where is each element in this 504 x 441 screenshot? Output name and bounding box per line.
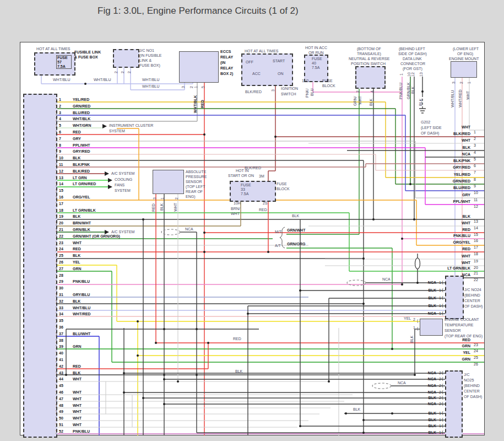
left-pin-number: 50	[59, 416, 63, 421]
right-pin-number: 18	[474, 252, 478, 256]
left-pin-wire-label: LT GRN/BLK	[73, 208, 96, 213]
diagram-canvas	[20, 42, 485, 435]
diagram-label: REAR OF	[186, 190, 203, 194]
diagram-label: RELAY	[220, 55, 233, 60]
diagram-label: PNK/BLU	[399, 83, 403, 99]
left-pin-number: 41	[59, 358, 63, 362]
diagram-label: 2	[459, 82, 464, 84]
left-pin-number: 23	[59, 241, 63, 245]
jc-no1-box	[113, 49, 139, 68]
left-pin-bracket: )	[56, 306, 57, 310]
left-pin-bracket: )	[56, 429, 57, 434]
right-pin-wire-label: GRN	[418, 344, 470, 348]
diagram-label: 1	[399, 73, 404, 76]
left-pin-bracket: )	[56, 137, 57, 141]
jc-no24-pin-number: 1	[439, 296, 441, 300]
jc-no25-pin-bracket: (	[442, 377, 443, 381]
left-pin-bracket: )	[56, 416, 57, 421]
jc-no25-pin-number: 1	[439, 424, 441, 428]
left-pin-number: 29	[59, 279, 63, 284]
diagram-label: 1	[194, 86, 198, 88]
diagram-label: 2	[121, 71, 125, 73]
left-pin-wire-label: LT GRN	[73, 176, 87, 180]
jc-no25-pin-bracket: (	[442, 417, 443, 422]
diagram-label: 11G	[302, 79, 309, 83]
left-pin-bracket: )	[56, 163, 57, 167]
jc-no25-pin-bracket: (	[442, 370, 443, 375]
diagram-label: FUSIBLE LINK	[74, 50, 101, 55]
left-pin-wire-label: WHT/GRN	[73, 123, 91, 128]
diagram-label: (BEHIND LEFT	[399, 47, 425, 51]
diagram-label: BLU	[310, 88, 315, 96]
diagram-label: BLK	[411, 87, 415, 94]
diagram-label: (BEHIND	[464, 293, 480, 298]
left-pin-wire-label: WHT	[73, 377, 82, 381]
diagram-label: HOT IN ACC	[305, 46, 327, 50]
diagram-label: G202	[421, 120, 430, 125]
left-pin-number: 1	[59, 98, 61, 102]
left-pin-wire-label: PPL/WHT	[73, 143, 90, 148]
diagram-label: TEMPERATURE	[445, 323, 473, 327]
left-pin-wire-label: GRY/RED	[73, 149, 90, 154]
diagram-label: 7.5A	[241, 192, 248, 196]
left-pin-wire-label: WHT/BLU	[73, 306, 90, 310]
left-pin-number: 45	[59, 384, 63, 388]
diagram-label: 2S	[263, 201, 268, 206]
diagram-label: OR RUN	[308, 51, 324, 55]
left-pin-number: 26	[59, 260, 63, 265]
left-pin-wire-label: WHT	[73, 397, 82, 401]
diagram-label: BLK	[235, 369, 242, 374]
right-pin-wire-label: GRN/RED	[418, 179, 470, 184]
left-pin-number: 24	[59, 247, 63, 251]
diagram-label: 2	[413, 318, 415, 322]
diagram-label: PNK/	[305, 89, 310, 98]
left-pin-bracket: )	[56, 98, 57, 102]
diagram-label: 3M	[259, 174, 264, 179]
eccs-relay-box	[179, 51, 219, 83]
left-pin-bracket: )	[56, 384, 57, 388]
left-pin-bracket: )	[56, 104, 57, 109]
left-pin-bracket: )	[56, 247, 57, 251]
diagram-label: BLOCK	[322, 84, 335, 88]
diagram-label: 2	[189, 86, 194, 88]
right-pin-wire-label: WHT	[418, 261, 470, 265]
right-pin-wire-label: GRY/RED	[418, 165, 470, 170]
diagram-label: WHT/BLU	[142, 84, 160, 89]
left-pin-number: 43	[59, 371, 63, 375]
diagram-label: 1	[467, 82, 472, 84]
diagram-label: START	[273, 59, 285, 63]
right-pin-number: 17	[474, 245, 478, 250]
jc-no24-pin-wire-label: BLK	[392, 288, 436, 293]
diagram-label: RED	[151, 203, 156, 212]
diagram-label: 5	[201, 86, 205, 88]
left-pin-bracket: )	[56, 234, 57, 239]
right-pin-number: 13	[474, 219, 478, 224]
right-pin-number: 8	[474, 178, 476, 182]
diagram-label: GRN/ORG	[287, 242, 305, 246]
left-pin-number: 15	[59, 189, 63, 193]
left-pin-bracket: )	[56, 332, 57, 336]
right-pin-number: 10	[474, 191, 478, 195]
diagram-label: BLK	[419, 99, 423, 106]
diagram-label: J/C NO24	[464, 288, 481, 292]
left-pin-number: 6	[59, 130, 61, 135]
diagram-label: (BEHIND	[464, 384, 480, 388]
right-pin-wire-label: PNK/BLU	[418, 234, 470, 238]
diagram-label: BLK	[369, 99, 373, 106]
jc-no25-pin-number: 2	[439, 377, 441, 381]
left-pin-bracket: )	[56, 156, 57, 160]
wiring-diagram-page: Fig 1: 3.0L, Engine Performance Circuits…	[0, 0, 504, 441]
diagram-label: RED	[233, 337, 241, 341]
jc-no25-box	[445, 370, 463, 438]
left-pin-bracket: )	[56, 267, 57, 271]
fuse33-box	[230, 181, 276, 202]
diagram-label: SYSTEM	[115, 189, 131, 193]
jc-no25-pin-wire-label: BLK	[392, 431, 436, 435]
left-pin-number: 8	[59, 143, 61, 148]
left-pin-bracket: )	[56, 260, 57, 265]
left-pin-bracket: )	[56, 189, 57, 193]
left-pin-wire-label: RED	[73, 247, 81, 251]
left-pin-number: 5	[59, 123, 61, 128]
jc-no24-pin-wire-label: NCA	[392, 311, 436, 316]
right-pin-number: 7	[474, 170, 476, 175]
